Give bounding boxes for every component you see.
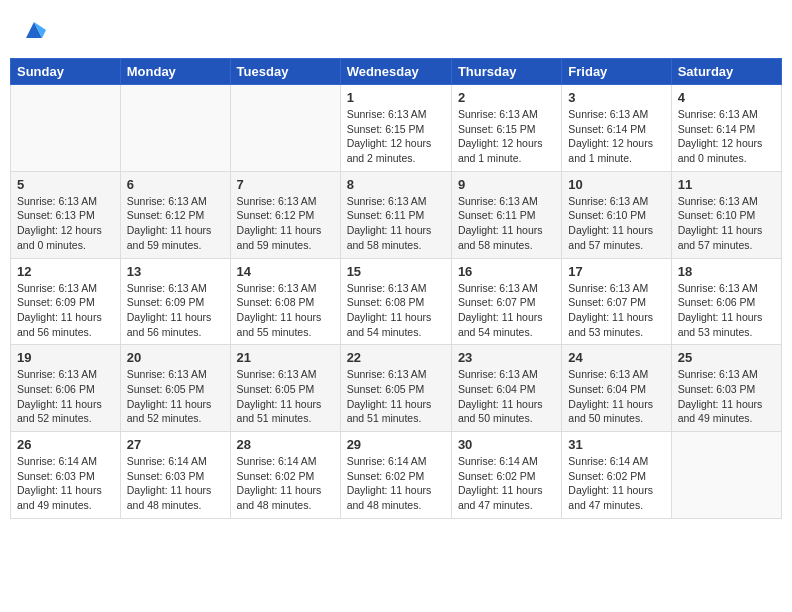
calendar-header-row: SundayMondayTuesdayWednesdayThursdayFrid… <box>11 59 782 85</box>
day-info: Sunrise: 6:13 AM Sunset: 6:09 PM Dayligh… <box>127 281 224 340</box>
day-info: Sunrise: 6:13 AM Sunset: 6:06 PM Dayligh… <box>678 281 775 340</box>
day-number: 28 <box>237 437 334 452</box>
day-info: Sunrise: 6:13 AM Sunset: 6:07 PM Dayligh… <box>568 281 664 340</box>
day-info: Sunrise: 6:13 AM Sunset: 6:13 PM Dayligh… <box>17 194 114 253</box>
weekday-header-monday: Monday <box>120 59 230 85</box>
calendar-cell: 6Sunrise: 6:13 AM Sunset: 6:12 PM Daylig… <box>120 171 230 258</box>
calendar-cell: 30Sunrise: 6:14 AM Sunset: 6:02 PM Dayli… <box>451 432 561 519</box>
calendar-week-row: 19Sunrise: 6:13 AM Sunset: 6:06 PM Dayli… <box>11 345 782 432</box>
calendar-cell: 12Sunrise: 6:13 AM Sunset: 6:09 PM Dayli… <box>11 258 121 345</box>
calendar-week-row: 1Sunrise: 6:13 AM Sunset: 6:15 PM Daylig… <box>11 85 782 172</box>
calendar-cell: 13Sunrise: 6:13 AM Sunset: 6:09 PM Dayli… <box>120 258 230 345</box>
day-info: Sunrise: 6:14 AM Sunset: 6:02 PM Dayligh… <box>237 454 334 513</box>
calendar-cell: 11Sunrise: 6:13 AM Sunset: 6:10 PM Dayli… <box>671 171 781 258</box>
calendar-cell: 2Sunrise: 6:13 AM Sunset: 6:15 PM Daylig… <box>451 85 561 172</box>
day-number: 12 <box>17 264 114 279</box>
day-number: 27 <box>127 437 224 452</box>
calendar-cell: 1Sunrise: 6:13 AM Sunset: 6:15 PM Daylig… <box>340 85 451 172</box>
day-number: 6 <box>127 177 224 192</box>
day-number: 5 <box>17 177 114 192</box>
calendar-cell: 5Sunrise: 6:13 AM Sunset: 6:13 PM Daylig… <box>11 171 121 258</box>
weekday-header-wednesday: Wednesday <box>340 59 451 85</box>
calendar-cell: 15Sunrise: 6:13 AM Sunset: 6:08 PM Dayli… <box>340 258 451 345</box>
day-number: 20 <box>127 350 224 365</box>
day-info: Sunrise: 6:13 AM Sunset: 6:11 PM Dayligh… <box>347 194 445 253</box>
day-info: Sunrise: 6:13 AM Sunset: 6:07 PM Dayligh… <box>458 281 555 340</box>
calendar-cell: 17Sunrise: 6:13 AM Sunset: 6:07 PM Dayli… <box>562 258 671 345</box>
day-info: Sunrise: 6:13 AM Sunset: 6:08 PM Dayligh… <box>347 281 445 340</box>
calendar-cell: 31Sunrise: 6:14 AM Sunset: 6:02 PM Dayli… <box>562 432 671 519</box>
calendar-cell <box>230 85 340 172</box>
calendar-cell: 16Sunrise: 6:13 AM Sunset: 6:07 PM Dayli… <box>451 258 561 345</box>
day-number: 22 <box>347 350 445 365</box>
weekday-header-friday: Friday <box>562 59 671 85</box>
weekday-header-thursday: Thursday <box>451 59 561 85</box>
calendar-week-row: 12Sunrise: 6:13 AM Sunset: 6:09 PM Dayli… <box>11 258 782 345</box>
calendar-cell: 4Sunrise: 6:13 AM Sunset: 6:14 PM Daylig… <box>671 85 781 172</box>
day-info: Sunrise: 6:13 AM Sunset: 6:14 PM Dayligh… <box>678 107 775 166</box>
calendar-cell: 14Sunrise: 6:13 AM Sunset: 6:08 PM Dayli… <box>230 258 340 345</box>
day-number: 31 <box>568 437 664 452</box>
calendar-cell: 21Sunrise: 6:13 AM Sunset: 6:05 PM Dayli… <box>230 345 340 432</box>
weekday-header-tuesday: Tuesday <box>230 59 340 85</box>
calendar-cell: 3Sunrise: 6:13 AM Sunset: 6:14 PM Daylig… <box>562 85 671 172</box>
day-info: Sunrise: 6:14 AM Sunset: 6:02 PM Dayligh… <box>347 454 445 513</box>
calendar-cell: 10Sunrise: 6:13 AM Sunset: 6:10 PM Dayli… <box>562 171 671 258</box>
calendar-cell <box>671 432 781 519</box>
calendar-cell: 20Sunrise: 6:13 AM Sunset: 6:05 PM Dayli… <box>120 345 230 432</box>
calendar-cell: 24Sunrise: 6:13 AM Sunset: 6:04 PM Dayli… <box>562 345 671 432</box>
weekday-header-sunday: Sunday <box>11 59 121 85</box>
day-info: Sunrise: 6:13 AM Sunset: 6:08 PM Dayligh… <box>237 281 334 340</box>
day-number: 10 <box>568 177 664 192</box>
day-info: Sunrise: 6:13 AM Sunset: 6:04 PM Dayligh… <box>458 367 555 426</box>
calendar-cell: 29Sunrise: 6:14 AM Sunset: 6:02 PM Dayli… <box>340 432 451 519</box>
day-info: Sunrise: 6:13 AM Sunset: 6:04 PM Dayligh… <box>568 367 664 426</box>
day-info: Sunrise: 6:13 AM Sunset: 6:10 PM Dayligh… <box>568 194 664 253</box>
day-info: Sunrise: 6:13 AM Sunset: 6:05 PM Dayligh… <box>127 367 224 426</box>
calendar-cell: 27Sunrise: 6:14 AM Sunset: 6:03 PM Dayli… <box>120 432 230 519</box>
calendar-cell: 26Sunrise: 6:14 AM Sunset: 6:03 PM Dayli… <box>11 432 121 519</box>
day-number: 21 <box>237 350 334 365</box>
day-info: Sunrise: 6:13 AM Sunset: 6:15 PM Dayligh… <box>347 107 445 166</box>
calendar-cell <box>11 85 121 172</box>
day-number: 13 <box>127 264 224 279</box>
day-number: 7 <box>237 177 334 192</box>
day-info: Sunrise: 6:13 AM Sunset: 6:03 PM Dayligh… <box>678 367 775 426</box>
day-info: Sunrise: 6:14 AM Sunset: 6:03 PM Dayligh… <box>17 454 114 513</box>
calendar-table: SundayMondayTuesdayWednesdayThursdayFrid… <box>10 58 782 519</box>
day-number: 11 <box>678 177 775 192</box>
day-number: 17 <box>568 264 664 279</box>
day-number: 15 <box>347 264 445 279</box>
calendar-cell: 28Sunrise: 6:14 AM Sunset: 6:02 PM Dayli… <box>230 432 340 519</box>
day-number: 30 <box>458 437 555 452</box>
calendar-week-row: 5Sunrise: 6:13 AM Sunset: 6:13 PM Daylig… <box>11 171 782 258</box>
day-number: 29 <box>347 437 445 452</box>
calendar-cell: 25Sunrise: 6:13 AM Sunset: 6:03 PM Dayli… <box>671 345 781 432</box>
day-number: 18 <box>678 264 775 279</box>
day-number: 9 <box>458 177 555 192</box>
calendar-cell: 18Sunrise: 6:13 AM Sunset: 6:06 PM Dayli… <box>671 258 781 345</box>
day-info: Sunrise: 6:14 AM Sunset: 6:02 PM Dayligh… <box>458 454 555 513</box>
calendar-cell: 9Sunrise: 6:13 AM Sunset: 6:11 PM Daylig… <box>451 171 561 258</box>
day-info: Sunrise: 6:13 AM Sunset: 6:12 PM Dayligh… <box>127 194 224 253</box>
day-info: Sunrise: 6:13 AM Sunset: 6:05 PM Dayligh… <box>347 367 445 426</box>
calendar-cell: 19Sunrise: 6:13 AM Sunset: 6:06 PM Dayli… <box>11 345 121 432</box>
day-info: Sunrise: 6:13 AM Sunset: 6:06 PM Dayligh… <box>17 367 114 426</box>
day-info: Sunrise: 6:13 AM Sunset: 6:14 PM Dayligh… <box>568 107 664 166</box>
day-info: Sunrise: 6:13 AM Sunset: 6:12 PM Dayligh… <box>237 194 334 253</box>
day-number: 4 <box>678 90 775 105</box>
day-info: Sunrise: 6:13 AM Sunset: 6:11 PM Dayligh… <box>458 194 555 253</box>
day-number: 24 <box>568 350 664 365</box>
page-header <box>10 10 782 50</box>
day-number: 1 <box>347 90 445 105</box>
day-number: 26 <box>17 437 114 452</box>
day-info: Sunrise: 6:13 AM Sunset: 6:09 PM Dayligh… <box>17 281 114 340</box>
calendar-cell <box>120 85 230 172</box>
calendar-cell: 8Sunrise: 6:13 AM Sunset: 6:11 PM Daylig… <box>340 171 451 258</box>
calendar-cell: 7Sunrise: 6:13 AM Sunset: 6:12 PM Daylig… <box>230 171 340 258</box>
day-number: 19 <box>17 350 114 365</box>
day-number: 3 <box>568 90 664 105</box>
day-number: 16 <box>458 264 555 279</box>
day-info: Sunrise: 6:14 AM Sunset: 6:03 PM Dayligh… <box>127 454 224 513</box>
day-number: 25 <box>678 350 775 365</box>
